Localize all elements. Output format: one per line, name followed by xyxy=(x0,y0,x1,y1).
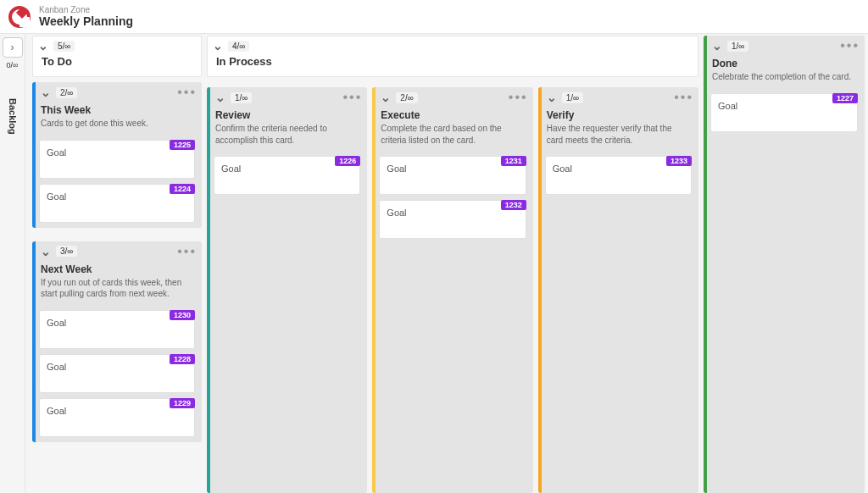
card[interactable]: 1226 Goal xyxy=(214,156,360,195)
card-title: Goal xyxy=(718,101,850,111)
more-menu-icon[interactable]: ••• xyxy=(177,245,197,258)
card-badge: 1228 xyxy=(170,354,195,364)
lane-count: 3/∞ xyxy=(56,246,77,257)
more-menu-icon[interactable]: ••• xyxy=(177,86,197,99)
column-inprocess-count: 4/∞ xyxy=(228,41,249,52)
lane-accent xyxy=(32,82,36,228)
lane-title: Next Week xyxy=(32,260,202,277)
card-badge: 1231 xyxy=(501,156,526,166)
backlog-count: 0/∞ xyxy=(7,61,19,69)
lane-desc: Have the requester verify that the card … xyxy=(538,123,698,151)
lane-title: This Week xyxy=(32,101,202,118)
card-title: Goal xyxy=(47,362,187,372)
card-badge: 1230 xyxy=(170,310,195,320)
lane-desc: Complete the card based on the criteria … xyxy=(372,123,532,151)
card[interactable]: 1224 Goal xyxy=(39,184,195,223)
lane-review[interactable]: ⌄ 1/∞ ••• Review Confirm the criteria ne… xyxy=(207,87,367,493)
column-todo-count: 5/∞ xyxy=(53,41,75,52)
chevron-down-icon[interactable]: ⌄ xyxy=(547,91,557,103)
card[interactable]: 1231 Goal xyxy=(379,156,526,195)
column-todo-title: To Do xyxy=(33,55,201,76)
lane-desc: Confirm the criteria needed to accomplis… xyxy=(207,123,367,151)
lane-desc: Celebrate the completion of the card. xyxy=(704,71,865,88)
brand-logo xyxy=(8,6,31,28)
board: › 0/∞ Backlog ⌄ 5/∞ To Do ⌄ 2/∞ xyxy=(0,34,868,493)
lane-title: Review xyxy=(207,106,367,123)
lane-next-week[interactable]: ⌄ 3/∞ ••• Next Week If you run out of ca… xyxy=(32,241,202,442)
app-header: Kanban Zone Weekly Planning xyxy=(0,0,868,34)
lane-execute[interactable]: ⌄ 2/∞ ••• Execute Complete the card base… xyxy=(372,87,532,493)
lane-desc: Cards to get done this week. xyxy=(32,118,202,135)
card-badge: 1226 xyxy=(335,156,360,166)
card[interactable]: 1228 Goal xyxy=(39,354,195,393)
more-menu-icon[interactable]: ••• xyxy=(343,91,363,104)
more-menu-icon[interactable]: ••• xyxy=(509,91,528,104)
column-inprocess-title: In Process xyxy=(208,55,698,76)
lane-count: 1/∞ xyxy=(562,92,583,103)
card-title: Goal xyxy=(387,163,518,174)
column-in-process: ⌄ 4/∞ In Process ⌄ 1/∞ ••• Review xyxy=(207,36,698,493)
more-menu-icon[interactable]: ••• xyxy=(674,91,693,104)
lane-execute-wrap: ⌄ 2/∞ ••• Execute Complete the card base… xyxy=(372,82,532,493)
card[interactable]: 1229 Goal xyxy=(39,398,195,437)
inprocess-sublanes: ⌄ 1/∞ ••• Review Confirm the criteria ne… xyxy=(207,82,698,493)
card[interactable]: 1230 Goal xyxy=(39,310,195,349)
card-title: Goal xyxy=(47,191,187,202)
card-badge: 1224 xyxy=(170,184,195,194)
columns-row: ⌄ 5/∞ To Do ⌄ 2/∞ ••• This Week Cards to… xyxy=(25,34,868,493)
lane-accent xyxy=(207,87,210,493)
chevron-down-icon[interactable]: ⌄ xyxy=(41,246,51,258)
lane-accent xyxy=(538,87,542,493)
lane-count: 1/∞ xyxy=(727,41,748,52)
card-badge: 1227 xyxy=(832,93,858,103)
card[interactable]: 1227 Goal xyxy=(710,93,858,132)
card-title: Goal xyxy=(47,406,187,416)
chevron-down-icon[interactable]: ⌄ xyxy=(215,91,225,103)
card[interactable]: 1233 Goal xyxy=(545,156,692,195)
chevron-down-icon[interactable]: ⌄ xyxy=(213,40,223,52)
lane-review-wrap: ⌄ 1/∞ ••• Review Confirm the criteria ne… xyxy=(207,82,367,493)
card-badge: 1232 xyxy=(501,200,526,210)
card-title: Goal xyxy=(387,208,518,218)
column-todo-head: ⌄ 5/∞ To Do xyxy=(32,36,202,77)
lane-desc: If you run out of cards this week, then … xyxy=(32,277,202,305)
card-badge: 1225 xyxy=(170,140,195,150)
brand-title: Weekly Planning xyxy=(39,14,133,28)
lane-accent xyxy=(32,241,36,442)
card-title: Goal xyxy=(47,318,187,328)
column-done: ⌄ 1/∞ ••• Done Celebrate the completion … xyxy=(704,36,865,493)
column-inprocess-head: ⌄ 4/∞ In Process xyxy=(207,36,698,77)
lane-count: 2/∞ xyxy=(56,87,77,98)
chevron-down-icon[interactable]: ⌄ xyxy=(38,40,48,52)
lane-accent xyxy=(372,87,376,493)
column-todo: ⌄ 5/∞ To Do ⌄ 2/∞ ••• This Week Cards to… xyxy=(32,36,202,493)
backlog-label: Backlog xyxy=(8,98,18,135)
lane-verify-wrap: ⌄ 1/∞ ••• Verify Have the requester veri… xyxy=(538,82,698,493)
chevron-down-icon[interactable]: ⌄ xyxy=(381,91,391,103)
lane-count: 2/∞ xyxy=(396,92,417,103)
card-badge: 1229 xyxy=(170,398,195,408)
brand-block: Kanban Zone Weekly Planning xyxy=(39,5,133,28)
chevron-down-icon[interactable]: ⌄ xyxy=(41,86,51,98)
card[interactable]: 1232 Goal xyxy=(379,200,526,239)
lane-title: Execute xyxy=(372,106,532,123)
brand-subtitle: Kanban Zone xyxy=(39,5,133,14)
lane-count: 1/∞ xyxy=(231,92,252,103)
chevron-right-icon: › xyxy=(11,42,14,53)
backlog-rail: › 0/∞ Backlog xyxy=(0,34,25,493)
backlog-expand-button[interactable]: › xyxy=(3,37,23,58)
more-menu-icon[interactable]: ••• xyxy=(840,39,860,53)
lane-this-week[interactable]: ⌄ 2/∞ ••• This Week Cards to get done th… xyxy=(32,82,202,228)
todo-swimlanes: ⌄ 2/∞ ••• This Week Cards to get done th… xyxy=(32,77,202,493)
lane-accent xyxy=(704,36,707,493)
card-title: Goal xyxy=(553,163,684,174)
lane-title: Done xyxy=(704,54,865,71)
lane-done[interactable]: ⌄ 1/∞ ••• Done Celebrate the completion … xyxy=(704,36,865,493)
lane-title: Verify xyxy=(538,106,698,123)
card-title: Goal xyxy=(221,163,353,174)
lane-verify[interactable]: ⌄ 1/∞ ••• Verify Have the requester veri… xyxy=(538,87,698,493)
card-badge: 1233 xyxy=(666,156,692,166)
chevron-down-icon[interactable]: ⌄ xyxy=(712,40,722,52)
card[interactable]: 1225 Goal xyxy=(39,140,195,179)
card-title: Goal xyxy=(47,147,187,158)
